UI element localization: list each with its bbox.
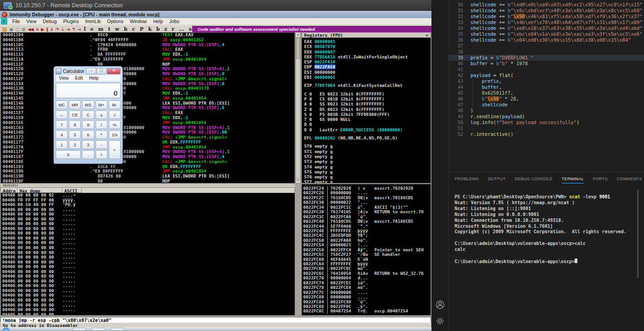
- panel-tab-debug-console[interactable]: DEBUG CONSOLE: [515, 177, 553, 183]
- calc-key-2[interactable]: 2: [69, 140, 81, 149]
- calc-key-0[interactable]: 0: [56, 150, 81, 159]
- calc-key-%[interactable]: %: [109, 120, 121, 129]
- calc-key-1/x[interactable]: 1/x: [109, 130, 121, 139]
- editor-line[interactable]: 43prefix,: [449, 78, 644, 84]
- trace-over-icon[interactable]: ⇥: [67, 27, 70, 32]
- rdp-titlebar[interactable]: 10.10.250.7 - Remote Desktop Connection: [0, 0, 431, 11]
- disasm-row[interactable]: 0040116B. C70424 0B000000MOV DWORD PTR S…: [1, 130, 295, 135]
- disasm-row[interactable]: 0040117F. C74424 04 01000000MOV DWORD PT…: [1, 149, 295, 154]
- cpu-window-icon[interactable]: C: [1, 18, 7, 24]
- calc-key-1[interactable]: 1: [56, 140, 68, 149]
- register-row[interactable]: ST6 empty g: [304, 174, 431, 179]
- restart-icon[interactable]: ◀◀: [28, 27, 34, 32]
- editor-line[interactable]: 31shellcode += b"\x6c\xbd\xcf\x40\x3a\x6…: [449, 8, 644, 14]
- goto-icon[interactable]: →: [77, 27, 80, 32]
- editor-line[interactable]: 46b"\x90" * 28,: [449, 96, 644, 102]
- vscode-editor[interactable]: 30shellcode += b"\xd0\x0c\xa9\x03\xd9\xc…: [449, 0, 644, 172]
- disasm-row[interactable]: 0040119F 90NOP: [1, 179, 295, 183]
- calc-menu-help[interactable]: Help: [87, 76, 102, 81]
- disasm-row[interactable]: 00401106.^0F84 46FFFFFFJE oscp.00401052: [1, 38, 295, 43]
- editor-line[interactable]: 40buffer = b"b" * 1978: [449, 61, 644, 67]
- menu-item-jobs[interactable]: Jobs: [166, 19, 183, 24]
- calc-menu-edit[interactable]: Edit: [73, 76, 87, 81]
- collapse-icon[interactable]: <: [426, 33, 428, 38]
- panel-tab-comments[interactable]: COMMENTS: [617, 177, 642, 183]
- stack-pane[interactable]: 0022FC2476202920) vmsvcrt.762029200022FC…: [301, 184, 431, 316]
- register-row[interactable]: A 0 SS 0023 32bit 0(FFFFFFFF): [304, 101, 431, 106]
- registers-pane[interactable]: Registers (FPU) < EAX 00000001ECX 005B70…: [301, 32, 431, 183]
- calc-key-MR[interactable]: MR: [69, 101, 81, 109]
- editor-line[interactable]: 44buffer,: [449, 84, 644, 90]
- hexdump-row[interactable]: 0040600 00 00 00 00.....: [1, 312, 295, 316]
- scroll-handle[interactable]: [296, 38, 300, 59]
- register-row[interactable]: ST0 empty g: [304, 144, 431, 149]
- register-row[interactable]: EFL 00000202 (NO,NB,NE,A,NS,PO,GE,G): [304, 135, 431, 140]
- scroll-down-icon[interactable]: ▼: [296, 178, 300, 183]
- calc-key-M+[interactable]: M+: [96, 101, 107, 109]
- execute-till-return-icon[interactable]: ↰: [72, 27, 75, 32]
- disasm-row[interactable]: 00401159. BA FFFFFFFFMOV EDX,-1: [1, 115, 295, 120]
- disasm-row[interactable]: 0040110C. C70424 04000000MOV DWORD PTR S…: [1, 43, 295, 48]
- disasm-row[interactable]: 00401120. C74424 04 01000000MOV DWORD PT…: [1, 67, 295, 72]
- editor-line[interactable]: 50log.info(f"Sent payload successfully"): [449, 120, 644, 125]
- register-row[interactable]: EDI 00000001: [304, 75, 431, 80]
- editor-line[interactable]: 37: [449, 43, 644, 49]
- panel-scrollbar[interactable]: [637, 190, 639, 278]
- start-orb-icon[interactable]: [3, 327, 10, 331]
- calc-key-4[interactable]: 4: [56, 130, 68, 139]
- calc-key-9[interactable]: 9: [82, 120, 94, 129]
- account-icon[interactable]: [435, 300, 445, 312]
- run-icon[interactable]: ▶: [41, 27, 44, 32]
- calc-key-7[interactable]: 7: [56, 120, 68, 129]
- disasm-row[interactable]: 0040112F. E8 E4410000CALL <JMP.&msvcrt.s…: [1, 77, 295, 82]
- disasm-row[interactable]: 0040113B. E8 30200000CALL oscp.00403170: [1, 86, 295, 91]
- panel-tab-ports[interactable]: PORTS: [593, 177, 608, 183]
- disasm-row[interactable]: 00401163. C74424 04 01000000MOV DWORD PT…: [1, 125, 295, 130]
- register-row[interactable]: ST4 empty g: [304, 164, 431, 169]
- register-row[interactable]: EBX 77D56A18 ntdll.ZwWaitForSingleObject: [304, 54, 431, 59]
- toolbar-letter-w[interactable]: w: [114, 26, 121, 32]
- calculator-titlebar[interactable]: Calculator —▢✕: [56, 67, 121, 75]
- hexdump-row[interactable]: 0040600 00 00 00 00.....: [1, 298, 295, 303]
- calc-key-√[interactable]: √: [109, 110, 121, 119]
- settings-gear-icon[interactable]: [436, 317, 445, 327]
- toolbar-letter-m[interactable]: m: [97, 26, 105, 32]
- toolbar-letter-h[interactable]: h: [123, 26, 129, 32]
- calc-key-*[interactable]: *: [96, 130, 107, 139]
- disasm-row[interactable]: 00401196.^E9 B9FEFFFFJMP oscp.00401054: [1, 169, 295, 174]
- attach-icon[interactable]: ▣: [9, 27, 13, 32]
- calc-key--[interactable]: -: [96, 140, 107, 149]
- scroll-up-icon[interactable]: ▲: [296, 33, 300, 38]
- register-row[interactable]: ESP 0022FA10: [304, 59, 431, 64]
- register-row[interactable]: ST1 empty g: [304, 149, 431, 154]
- editor-line[interactable]: 47shellcode: [449, 102, 644, 108]
- disasm-row[interactable]: 00401113. FFD0CALL EAX: [1, 47, 295, 52]
- trace-into-icon[interactable]: ⇣: [61, 27, 64, 32]
- hexdump-row[interactable]: 0040600 00 00 00 00.....: [1, 245, 295, 250]
- immunity-titlebar[interactable]: Immunity Debugger - oscp.exe - [CPU - ma…: [0, 11, 431, 18]
- menu-item-immlib[interactable]: ImmLib: [82, 19, 104, 24]
- editor-line[interactable]: 39prefix = b"OVERFLOW1 ": [449, 55, 644, 61]
- register-row[interactable]: P 0 CS 001B 32bit 0(FFFFFFFF): [304, 96, 431, 101]
- disasm-row[interactable]: 00401104. 85C0TEST EAX,EAX: [1, 33, 295, 38]
- stack-row[interactable]: 0022FC4076188CD5ÕŒ|vmsvcrt.76188CD5: [302, 219, 431, 224]
- disasm-row[interactable]: 0040111F 90NOP: [1, 62, 295, 67]
- close-icon[interactable]: ×: [36, 27, 39, 32]
- calc-key-+[interactable]: +: [96, 150, 107, 159]
- disasm-row[interactable]: 00401150. C70424 08000000MOV DWORD PTR S…: [1, 106, 295, 110]
- stack-row[interactable]: 0022FC8000000000....: [302, 295, 431, 299]
- calc-key-/[interactable]: /: [96, 120, 107, 129]
- windows-icon[interactable]: ▥: [21, 27, 25, 32]
- stack-row[interactable]: 0022FC5C758C2F27'/ŒuSE handler: [302, 252, 431, 257]
- calc-key-5[interactable]: 5: [69, 130, 81, 139]
- pause-icon[interactable]: ‖: [46, 27, 48, 32]
- register-row[interactable]: C 0 ES 0023 32bit 0(FFFFFFFF): [304, 91, 431, 96]
- calc-key-CE[interactable]: CE: [69, 110, 81, 119]
- editor-line[interactable]: 35shellcode += b"\xbc\x04\x1a\xb8\x3e\xa…: [449, 31, 644, 37]
- register-row[interactable]: ESI 00000000: [304, 70, 431, 75]
- calc-key-=[interactable]: =: [109, 140, 121, 159]
- close-button[interactable]: ✕: [107, 68, 121, 74]
- windows-taskbar[interactable]: [0, 327, 431, 331]
- register-row[interactable]: EDX 00000007: [304, 49, 431, 54]
- disasm-row[interactable]: 0040114A 8DB6 00000000LEA ESI,DWORD PTR …: [1, 101, 295, 106]
